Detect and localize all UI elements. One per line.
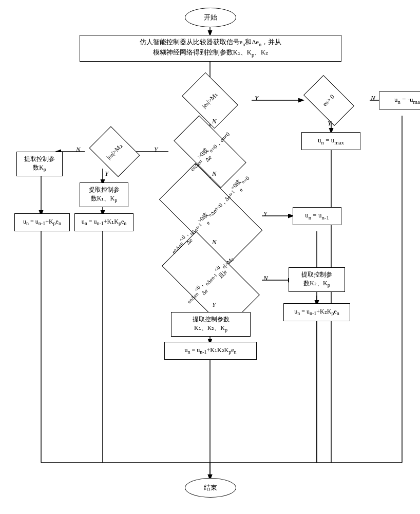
d2-y-label: Y [154, 145, 158, 154]
u-k1kp-box: un = un-1+K₁Kpen [74, 213, 133, 231]
u-k2kp-box: un = un-1+K₂Kpen [283, 303, 350, 321]
d4-n-label: N [263, 274, 268, 282]
k1kp-extract-box: 提取控制参数K₁、Kp [80, 182, 128, 207]
kp-extract-box: 提取控制参数Kp [16, 152, 63, 176]
flowchart: 开始 仿人智能控制器从比较器获取信号en和Δen，并从模糊神经网络得到控制参数K… [0, 0, 420, 514]
d3-diamond: enΛen<0，ΔenΔen-1>0或enΔen<0，Δen-1=0或en=0 [144, 189, 277, 241]
init-node: 仿人智能控制器从比较器获取信号en和Δen，并从模糊神经网络得到控制参数K₁、K… [80, 35, 341, 62]
en-pos-diamond: en > 0 [295, 86, 362, 115]
k2kp-extract-box: 提取控制参数K₂、Kp [289, 267, 345, 292]
u-k1k2kp-box: un = un-1+K₁K₂Kpen [164, 342, 257, 360]
d5-n-label: N [76, 145, 81, 154]
end-node: 结束 [185, 478, 236, 498]
uneg-box: un = -umax [379, 91, 420, 109]
d3-y-label: Y [263, 210, 267, 218]
en-pos-n-label: N [371, 94, 375, 102]
umax-box: un = umax [301, 132, 360, 150]
un1-box: un = un-1 [293, 207, 341, 225]
d5-diamond: |en|>M₂ [84, 136, 145, 167]
u-kp-box: un = un-1+Kpen [14, 213, 70, 231]
start-node: 开始 [185, 8, 236, 27]
d1-y-label: Y [255, 94, 258, 102]
